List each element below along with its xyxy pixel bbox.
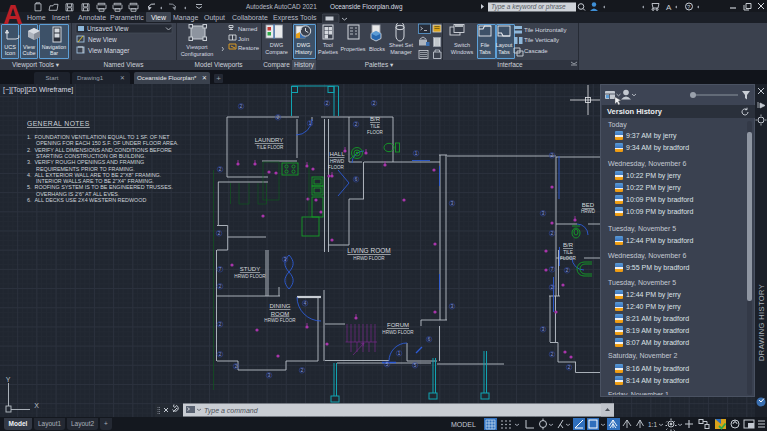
- svg-text:OPENING FOR EACH 150 S.F. OF U: OPENING FOR EACH 150 S.F. OF UNDER FLOOR…: [36, 140, 179, 146]
- svg-text:HRWD: HRWD: [581, 209, 596, 214]
- svg-text:A: A: [666, 3, 672, 12]
- svg-text:GENERAL NOTES: GENERAL NOTES: [27, 120, 90, 127]
- svg-text:4. ALL EXTERIOR WALL ARE TO B: 4. ALL EXTERIOR WALL ARE TO BE 2"X8" FRA…: [27, 172, 161, 178]
- svg-text:Viewport: Viewport: [186, 44, 208, 50]
- svg-text:STARTING CONSTRUCTION OR BUILD: STARTING CONSTRUCTION OR BUILDING.: [36, 153, 146, 159]
- svg-text:6. ALL DECKS USE 2X4 WESTERN: 6. ALL DECKS USE 2X4 WESTERN REDWOOD: [27, 197, 146, 203]
- svg-text:MODEL: MODEL: [451, 421, 476, 428]
- svg-text:Compare: Compare: [265, 49, 288, 55]
- svg-text:Sheet Set: Sheet Set: [389, 42, 414, 48]
- svg-text:3. VERIFY ROUGH OPENINGS AND: 3. VERIFY ROUGH OPENINGS AND FRAMING: [27, 159, 144, 165]
- svg-text:Tool: Tool: [323, 42, 333, 48]
- svg-text:2: 2: [301, 368, 304, 373]
- svg-text:Properties: Properties: [340, 46, 365, 52]
- svg-text:2: 2: [551, 153, 554, 158]
- svg-text:View Manager: View Manager: [88, 47, 130, 55]
- svg-text:HRWD FLOOR: HRWD FLOOR: [353, 256, 385, 261]
- svg-text:3: 3: [451, 201, 454, 206]
- svg-text:2: 2: [568, 365, 571, 370]
- svg-text:TILE: TILE: [370, 124, 380, 129]
- svg-text:INTERIOR WALLS ARE TO BE 2"X4": INTERIOR WALLS ARE TO BE 2"X4" FRAMING.: [36, 178, 154, 184]
- svg-text:1:1: 1:1: [648, 421, 657, 428]
- svg-text:A: A: [3, 0, 23, 28]
- svg-text:BED: BED: [582, 202, 595, 208]
- svg-text:TILE: TILE: [563, 250, 573, 255]
- svg-text:7: 7: [551, 267, 554, 272]
- svg-text:HRWD FLOOR: HRWD FLOOR: [264, 318, 296, 323]
- svg-text:1. FOUNDATION VENTILATION EQU: 1. FOUNDATION VENTILATION EQUAL TO 1 SF.…: [27, 134, 170, 140]
- svg-text:Cascade: Cascade: [524, 48, 548, 54]
- svg-text:Configuration: Configuration: [181, 51, 214, 57]
- svg-text:[−][Top][2D Wireframe]: [−][Top][2D Wireframe]: [3, 86, 73, 94]
- svg-text:2. VERIFY ALL DIMENSIONS AND: 2. VERIFY ALL DIMENSIONS AND CONDITIONS …: [27, 147, 172, 153]
- svg-text:Tile Vertically: Tile Vertically: [524, 37, 559, 43]
- svg-text:2: 2: [219, 352, 222, 357]
- svg-text:B/R: B/R: [370, 116, 381, 122]
- svg-text:2: 2: [219, 284, 222, 289]
- svg-text:LAUNDRY: LAUNDRY: [255, 137, 284, 143]
- svg-text:2: 2: [566, 268, 569, 273]
- svg-text:3: 3: [451, 304, 454, 309]
- svg-text:2: 2: [551, 231, 554, 236]
- svg-text:2: 2: [219, 167, 222, 172]
- svg-text:HRWD FLOOR: HRWD FLOOR: [234, 274, 266, 279]
- svg-text:STUDY: STUDY: [240, 266, 260, 272]
- svg-text:Autodesk AutoCAD 2021: Autodesk AutoCAD 2021: [246, 3, 317, 10]
- svg-text:Type a command: Type a command: [204, 407, 259, 415]
- svg-text:Layout: Layout: [496, 42, 513, 48]
- svg-text:Oceanside Floorplan.dwg: Oceanside Floorplan.dwg: [330, 3, 403, 11]
- svg-text:DWG: DWG: [270, 42, 283, 48]
- svg-text:File: File: [481, 42, 490, 48]
- svg-text:2: 2: [373, 101, 376, 106]
- svg-text:Tabs: Tabs: [479, 49, 491, 55]
- svg-text:3: 3: [268, 373, 271, 378]
- svg-text:FLOOR: FLOOR: [328, 165, 345, 170]
- svg-text:DINING: DINING: [270, 303, 291, 309]
- svg-text:Named: Named: [238, 26, 257, 32]
- svg-text:2: 2: [240, 104, 243, 109]
- svg-text:OVERHANG IS 2'6" AT ALL EVES.: OVERHANG IS 2'6" AT ALL EVES.: [36, 191, 119, 197]
- svg-text:2: 2: [326, 101, 329, 106]
- svg-text:3: 3: [542, 211, 545, 216]
- svg-text:7: 7: [219, 267, 222, 272]
- svg-text:Tile Horizontally: Tile Horizontally: [524, 27, 566, 33]
- svg-text:REQUIREMENTS PRIOR TO FRAMING.: REQUIREMENTS PRIOR TO FRAMING.: [36, 166, 135, 172]
- svg-text:Palettes: Palettes: [318, 49, 338, 55]
- svg-text:5. ROOFING SYSTEM IS TO BE EN: 5. ROOFING SYSTEM IS TO BE ENGINEERED TR…: [27, 184, 173, 190]
- svg-text:TILE FLOOR: TILE FLOOR: [257, 145, 284, 150]
- svg-text:Tabs: Tabs: [498, 49, 510, 55]
- svg-text:FLOOR: FLOOR: [560, 256, 577, 261]
- svg-text:6: 6: [355, 177, 358, 182]
- svg-text:2: 2: [218, 231, 221, 236]
- svg-text:Blocks: Blocks: [369, 46, 385, 52]
- svg-text:New View: New View: [88, 36, 117, 43]
- svg-text:Switch: Switch: [454, 42, 470, 48]
- svg-text:2: 2: [235, 364, 238, 369]
- svg-text:?: ?: [687, 4, 691, 10]
- svg-text:DRAWING HISTORY: DRAWING HISTORY: [757, 284, 766, 361]
- svg-text:Windows: Windows: [451, 49, 474, 55]
- svg-text:2: 2: [277, 115, 280, 120]
- svg-text:DWG: DWG: [297, 42, 310, 48]
- svg-text:3: 3: [542, 327, 545, 332]
- svg-text:History: History: [295, 49, 312, 55]
- svg-text:Type a keyword or phrase: Type a keyword or phrase: [491, 3, 566, 11]
- svg-text:ROOM: ROOM: [271, 311, 290, 317]
- svg-text:FLOOR: FLOOR: [367, 130, 384, 135]
- svg-text:Restore: Restore: [238, 45, 260, 51]
- svg-text:HALL: HALL: [329, 151, 345, 157]
- svg-text:Manager: Manager: [390, 49, 412, 55]
- svg-text:HRWD FLOOR: HRWD FLOOR: [382, 330, 414, 335]
- svg-text:1: 1: [398, 351, 401, 356]
- svg-text:2: 2: [551, 352, 554, 357]
- svg-text:2: 2: [355, 122, 358, 127]
- svg-text:Y: Y: [6, 376, 11, 383]
- svg-text:FORUM: FORUM: [387, 322, 409, 328]
- svg-text:X: X: [34, 402, 39, 409]
- svg-text:1: 1: [415, 151, 418, 156]
- svg-text:HRWD: HRWD: [330, 159, 345, 164]
- svg-text:Join: Join: [238, 36, 249, 42]
- svg-text:Unsaved View: Unsaved View: [87, 25, 129, 32]
- svg-text:6: 6: [428, 337, 431, 342]
- svg-text:B/R: B/R: [563, 242, 574, 248]
